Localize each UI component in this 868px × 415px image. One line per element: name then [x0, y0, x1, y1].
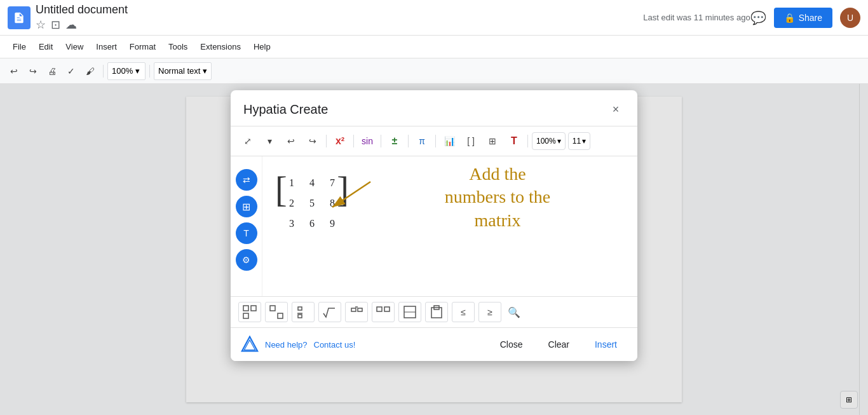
svg-rect-12 — [377, 307, 382, 311]
dtb-undo-button[interactable]: ↩ — [281, 132, 301, 151]
dtb-chevron-button[interactable]: ▾ — [260, 132, 279, 151]
sym-matrix-2x2-button[interactable] — [265, 302, 288, 322]
menu-view[interactable]: View — [60, 39, 88, 54]
sym-matrix2-button[interactable] — [398, 302, 421, 322]
comment-icon[interactable]: 💬 — [750, 10, 766, 25]
sym-le-button[interactable]: ≤ — [452, 302, 475, 322]
svg-rect-6 — [298, 307, 302, 310]
dtb-sep-5 — [435, 135, 436, 147]
dtb-zoom-value: 100% — [536, 137, 556, 146]
menu-tools[interactable]: Tools — [163, 39, 193, 54]
style-chevron: ▾ — [203, 66, 207, 76]
dialog-footer: Need help? Contact us! Close Clear Inser… — [231, 328, 637, 361]
dtb-bracket-button[interactable]: [ ] — [461, 132, 480, 151]
svg-rect-10 — [351, 308, 356, 311]
menu-edit[interactable]: Edit — [34, 39, 58, 54]
sym-frac2-button[interactable] — [372, 302, 395, 322]
panel-grid-button[interactable]: ⊞ — [236, 196, 257, 217]
doc-title-area: Untitled document ☆ ⊡ ☁ — [36, 3, 643, 32]
panel-settings-button[interactable]: ⚙ — [236, 249, 257, 271]
dialog-toolbar: ⤢ ▾ ↩ ↪ x² sin ± π 📊 [ ] ⊞ T 100% — [231, 126, 637, 156]
dtb-text-button[interactable]: T — [505, 132, 524, 151]
undo-button[interactable]: ↩ — [5, 62, 23, 80]
hypatia-dialog: Hypatia Create × ⤢ ▾ ↩ ↪ x² sin ± π 📊 [ … — [231, 90, 637, 361]
print-button[interactable]: 🖨 — [43, 62, 61, 80]
footer-right: Close Clear Insert — [490, 334, 627, 355]
dtb-pi-button[interactable]: π — [412, 132, 431, 151]
matrix-cell-8[interactable]: 9 — [323, 215, 341, 233]
zoom-value: 100% — [112, 66, 133, 76]
dialog-title: Hypatia Create — [243, 102, 328, 117]
dtb-zoom-dropdown[interactable]: 100% ▾ — [532, 132, 566, 150]
dialog-header: Hypatia Create × — [231, 90, 637, 126]
menu-help[interactable]: Help — [248, 39, 276, 54]
sym-matrix-3x3-button[interactable] — [238, 302, 261, 322]
dialog-left-panel: ⇄ ⊞ T ⚙ — [231, 156, 262, 296]
style-dropdown[interactable]: Normal text ▾ — [154, 62, 212, 80]
sym-search-button[interactable]: 🔍 — [505, 303, 523, 321]
matrix-cell-4[interactable]: 5 — [303, 194, 321, 212]
hypatia-logo-icon — [241, 336, 259, 353]
dtb-sin-button[interactable]: sin — [358, 132, 377, 151]
need-help-text: Need help? — [265, 340, 308, 350]
svg-rect-8 — [298, 315, 302, 318]
panel-text-button[interactable]: T — [236, 222, 257, 244]
svg-rect-13 — [384, 307, 390, 311]
avatar[interactable]: U — [840, 8, 860, 28]
dtb-redo-button[interactable]: ↪ — [303, 132, 322, 151]
toolbar-sep-2 — [149, 65, 150, 78]
svg-rect-3 — [243, 313, 248, 318]
sym-integral-button[interactable] — [345, 302, 368, 322]
dtb-size-chevron: ▾ — [582, 137, 586, 146]
dialog-content: ⇄ ⊞ T ⚙ 1 4 7 2 5 8 — [231, 156, 637, 296]
svg-rect-5 — [278, 313, 283, 318]
paintformat-button[interactable]: 🖌 — [81, 62, 99, 80]
dtb-size-dropdown[interactable]: 11 ▾ — [568, 132, 590, 150]
matrix-cell-1[interactable]: 4 — [303, 174, 321, 192]
dtb-plusminus-button[interactable]: ± — [385, 132, 404, 151]
dialog-close-button[interactable]: × — [607, 100, 625, 118]
star-icon[interactable]: ☆ — [36, 18, 46, 32]
dtb-sep-2 — [353, 135, 354, 147]
matrix-cell-0[interactable]: 1 — [283, 174, 301, 192]
sym-sqrt-button[interactable] — [318, 302, 341, 322]
clear-button[interactable]: Clear — [538, 334, 580, 355]
matrix-cell-6[interactable]: 3 — [283, 215, 301, 233]
fullscreen-button[interactable]: ⤢ — [238, 132, 257, 151]
dtb-grid-button[interactable]: ⊞ — [483, 132, 502, 151]
spellcheck-button[interactable]: ✓ — [62, 62, 80, 80]
insert-button[interactable]: Insert — [585, 334, 627, 355]
dtb-sep-1 — [326, 135, 327, 147]
annotation: Add the numbers to the matrix — [364, 163, 631, 232]
annotation-line1: Add the — [469, 164, 526, 184]
sym-ge-button[interactable]: ≥ — [478, 302, 501, 322]
menu-insert[interactable]: Insert — [91, 39, 122, 54]
redo-button[interactable]: ↪ — [24, 62, 42, 80]
annotation-text: Add the numbers to the matrix — [364, 163, 631, 232]
doc-area: ⊞ Hypatia Create × ⤢ ▾ ↩ ↪ x² sin ± — [0, 84, 868, 415]
folder-icon[interactable]: ⊡ — [51, 18, 60, 32]
cloud-icon[interactable]: ☁ — [65, 18, 77, 32]
sym-frac-button[interactable] — [292, 302, 315, 322]
doc-title[interactable]: Untitled document — [36, 3, 643, 17]
matrix-cell-3[interactable]: 2 — [283, 194, 301, 212]
menu-extensions[interactable]: Extensions — [195, 39, 246, 54]
last-edit: Last edit was 11 minutes ago — [643, 13, 750, 22]
doc-subtitle-icons: ☆ ⊡ ☁ — [36, 18, 643, 32]
panel-swap-button[interactable]: ⇄ — [236, 169, 257, 191]
dtb-chart-button[interactable]: 📊 — [440, 132, 459, 151]
close-button[interactable]: Close — [490, 334, 533, 355]
contact-us-link[interactable]: Contact us! — [314, 340, 356, 350]
share-button[interactable]: 🔒 Share — [774, 8, 832, 28]
menu-format[interactable]: Format — [125, 39, 161, 54]
svg-rect-1 — [243, 306, 248, 311]
dtb-superscript-button[interactable]: x² — [330, 132, 349, 151]
sym-clipboard-button[interactable] — [425, 302, 448, 322]
zoom-dropdown[interactable]: 100% ▾ — [107, 62, 146, 80]
matrix-cell-7[interactable]: 6 — [303, 215, 321, 233]
top-right: 💬 🔒 Share U — [750, 8, 860, 28]
menu-file[interactable]: File — [8, 39, 31, 54]
menu-bar: File Edit View Insert Format Tools Exten… — [0, 36, 868, 58]
dtb-zoom-chevron: ▾ — [557, 137, 561, 146]
dialog-main: 1 4 7 2 5 8 3 6 9 — [262, 156, 637, 296]
